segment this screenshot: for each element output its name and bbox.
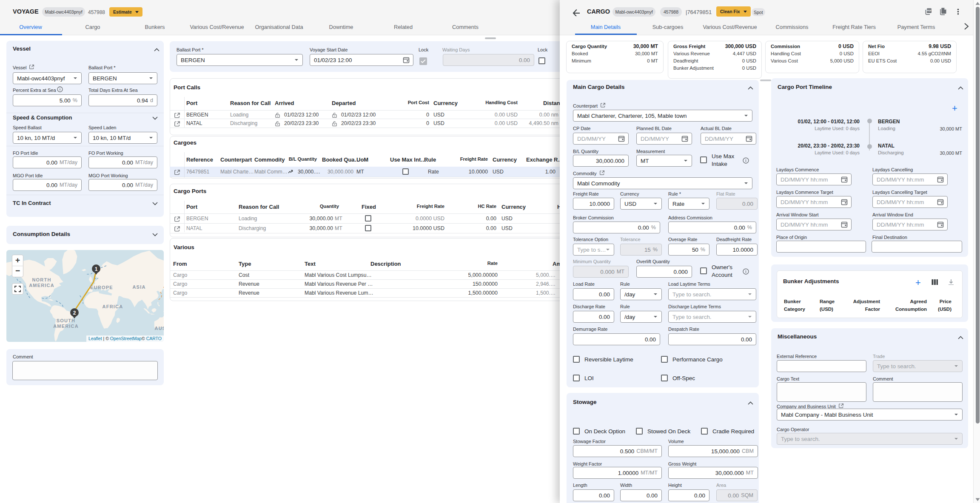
svg-text:SOUTH: SOUTH — [57, 318, 76, 323]
svg-text:AMERICA: AMERICA — [29, 283, 54, 288]
svg-text:2: 2 — [73, 310, 76, 316]
svg-text:1: 1 — [95, 266, 98, 272]
svg-text:ASIA: ASIA — [132, 284, 145, 290]
svg-text:EUROPE: EUROPE — [90, 285, 113, 290]
svg-text:AMERICA: AMERICA — [53, 324, 79, 329]
svg-text:NORTH: NORTH — [32, 277, 51, 282]
svg-text:AUS: AUS — [155, 326, 164, 331]
svg-text:PDF: PDF — [927, 9, 932, 12]
svg-text:AFRICA: AFRICA — [103, 304, 123, 309]
